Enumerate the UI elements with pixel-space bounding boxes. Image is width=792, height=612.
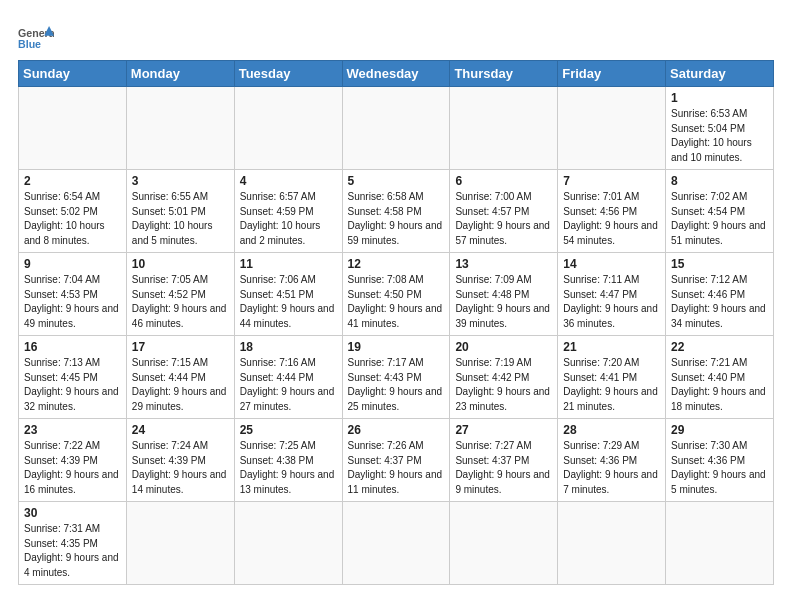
day-number: 20: [455, 340, 552, 354]
calendar-cell: 20Sunrise: 7:19 AM Sunset: 4:42 PM Dayli…: [450, 336, 558, 419]
day-info: Sunrise: 7:13 AM Sunset: 4:45 PM Dayligh…: [24, 356, 121, 414]
logo-icon: General Blue: [18, 24, 54, 54]
day-number: 17: [132, 340, 229, 354]
calendar-cell: 29Sunrise: 7:30 AM Sunset: 4:36 PM Dayli…: [666, 419, 774, 502]
calendar-cell: 8Sunrise: 7:02 AM Sunset: 4:54 PM Daylig…: [666, 170, 774, 253]
day-info: Sunrise: 6:57 AM Sunset: 4:59 PM Dayligh…: [240, 190, 337, 248]
calendar-week-row: 30Sunrise: 7:31 AM Sunset: 4:35 PM Dayli…: [19, 502, 774, 585]
day-number: 10: [132, 257, 229, 271]
calendar-week-row: 16Sunrise: 7:13 AM Sunset: 4:45 PM Dayli…: [19, 336, 774, 419]
day-info: Sunrise: 7:26 AM Sunset: 4:37 PM Dayligh…: [348, 439, 445, 497]
day-info: Sunrise: 7:04 AM Sunset: 4:53 PM Dayligh…: [24, 273, 121, 331]
day-number: 18: [240, 340, 337, 354]
calendar-cell: 18Sunrise: 7:16 AM Sunset: 4:44 PM Dayli…: [234, 336, 342, 419]
day-number: 5: [348, 174, 445, 188]
calendar-table: SundayMondayTuesdayWednesdayThursdayFrid…: [18, 60, 774, 585]
calendar-cell: [342, 502, 450, 585]
day-number: 16: [24, 340, 121, 354]
calendar-cell: [126, 502, 234, 585]
calendar-cell: 26Sunrise: 7:26 AM Sunset: 4:37 PM Dayli…: [342, 419, 450, 502]
day-info: Sunrise: 7:21 AM Sunset: 4:40 PM Dayligh…: [671, 356, 768, 414]
calendar-week-row: 9Sunrise: 7:04 AM Sunset: 4:53 PM Daylig…: [19, 253, 774, 336]
day-info: Sunrise: 7:16 AM Sunset: 4:44 PM Dayligh…: [240, 356, 337, 414]
day-number: 6: [455, 174, 552, 188]
calendar-cell: 25Sunrise: 7:25 AM Sunset: 4:38 PM Dayli…: [234, 419, 342, 502]
day-info: Sunrise: 6:55 AM Sunset: 5:01 PM Dayligh…: [132, 190, 229, 248]
day-info: Sunrise: 7:25 AM Sunset: 4:38 PM Dayligh…: [240, 439, 337, 497]
day-number: 26: [348, 423, 445, 437]
calendar-cell: 10Sunrise: 7:05 AM Sunset: 4:52 PM Dayli…: [126, 253, 234, 336]
day-info: Sunrise: 7:27 AM Sunset: 4:37 PM Dayligh…: [455, 439, 552, 497]
calendar-cell: 11Sunrise: 7:06 AM Sunset: 4:51 PM Dayli…: [234, 253, 342, 336]
day-number: 25: [240, 423, 337, 437]
day-number: 15: [671, 257, 768, 271]
calendar-cell: 9Sunrise: 7:04 AM Sunset: 4:53 PM Daylig…: [19, 253, 127, 336]
calendar-cell: 1Sunrise: 6:53 AM Sunset: 5:04 PM Daylig…: [666, 87, 774, 170]
svg-text:Blue: Blue: [18, 38, 41, 50]
calendar-cell: [558, 502, 666, 585]
calendar-cell: 7Sunrise: 7:01 AM Sunset: 4:56 PM Daylig…: [558, 170, 666, 253]
day-info: Sunrise: 6:53 AM Sunset: 5:04 PM Dayligh…: [671, 107, 768, 165]
calendar-cell: 3Sunrise: 6:55 AM Sunset: 5:01 PM Daylig…: [126, 170, 234, 253]
day-number: 12: [348, 257, 445, 271]
day-info: Sunrise: 7:12 AM Sunset: 4:46 PM Dayligh…: [671, 273, 768, 331]
calendar-header-thursday: Thursday: [450, 61, 558, 87]
day-info: Sunrise: 7:24 AM Sunset: 4:39 PM Dayligh…: [132, 439, 229, 497]
day-number: 4: [240, 174, 337, 188]
day-number: 2: [24, 174, 121, 188]
calendar-header-wednesday: Wednesday: [342, 61, 450, 87]
calendar-cell: 23Sunrise: 7:22 AM Sunset: 4:39 PM Dayli…: [19, 419, 127, 502]
calendar-week-row: 2Sunrise: 6:54 AM Sunset: 5:02 PM Daylig…: [19, 170, 774, 253]
day-number: 8: [671, 174, 768, 188]
day-info: Sunrise: 6:54 AM Sunset: 5:02 PM Dayligh…: [24, 190, 121, 248]
calendar-cell: [666, 502, 774, 585]
day-info: Sunrise: 7:20 AM Sunset: 4:41 PM Dayligh…: [563, 356, 660, 414]
calendar-header-row: SundayMondayTuesdayWednesdayThursdayFrid…: [19, 61, 774, 87]
calendar-cell: [558, 87, 666, 170]
day-number: 21: [563, 340, 660, 354]
calendar-cell: 6Sunrise: 7:00 AM Sunset: 4:57 PM Daylig…: [450, 170, 558, 253]
calendar-header-saturday: Saturday: [666, 61, 774, 87]
day-info: Sunrise: 7:05 AM Sunset: 4:52 PM Dayligh…: [132, 273, 229, 331]
day-info: Sunrise: 7:09 AM Sunset: 4:48 PM Dayligh…: [455, 273, 552, 331]
calendar-cell: 22Sunrise: 7:21 AM Sunset: 4:40 PM Dayli…: [666, 336, 774, 419]
day-number: 30: [24, 506, 121, 520]
calendar-header-sunday: Sunday: [19, 61, 127, 87]
calendar-cell: 16Sunrise: 7:13 AM Sunset: 4:45 PM Dayli…: [19, 336, 127, 419]
day-info: Sunrise: 7:22 AM Sunset: 4:39 PM Dayligh…: [24, 439, 121, 497]
calendar-cell: 5Sunrise: 6:58 AM Sunset: 4:58 PM Daylig…: [342, 170, 450, 253]
calendar-cell: 28Sunrise: 7:29 AM Sunset: 4:36 PM Dayli…: [558, 419, 666, 502]
logo-area: General Blue: [18, 18, 56, 54]
day-info: Sunrise: 7:02 AM Sunset: 4:54 PM Dayligh…: [671, 190, 768, 248]
day-info: Sunrise: 7:00 AM Sunset: 4:57 PM Dayligh…: [455, 190, 552, 248]
calendar-week-row: 1Sunrise: 6:53 AM Sunset: 5:04 PM Daylig…: [19, 87, 774, 170]
calendar-cell: [234, 87, 342, 170]
day-info: Sunrise: 7:01 AM Sunset: 4:56 PM Dayligh…: [563, 190, 660, 248]
calendar-cell: 27Sunrise: 7:27 AM Sunset: 4:37 PM Dayli…: [450, 419, 558, 502]
calendar-cell: 21Sunrise: 7:20 AM Sunset: 4:41 PM Dayli…: [558, 336, 666, 419]
day-number: 13: [455, 257, 552, 271]
calendar-cell: [234, 502, 342, 585]
calendar-cell: 19Sunrise: 7:17 AM Sunset: 4:43 PM Dayli…: [342, 336, 450, 419]
day-info: Sunrise: 7:15 AM Sunset: 4:44 PM Dayligh…: [132, 356, 229, 414]
calendar-cell: [19, 87, 127, 170]
day-number: 27: [455, 423, 552, 437]
calendar-cell: [450, 87, 558, 170]
day-number: 11: [240, 257, 337, 271]
day-number: 3: [132, 174, 229, 188]
calendar-cell: [342, 87, 450, 170]
calendar-cell: 13Sunrise: 7:09 AM Sunset: 4:48 PM Dayli…: [450, 253, 558, 336]
day-number: 23: [24, 423, 121, 437]
calendar-cell: [450, 502, 558, 585]
calendar-cell: 2Sunrise: 6:54 AM Sunset: 5:02 PM Daylig…: [19, 170, 127, 253]
day-number: 28: [563, 423, 660, 437]
calendar-page: General Blue SundayMondayTuesdayWednesda…: [0, 0, 792, 595]
day-info: Sunrise: 7:17 AM Sunset: 4:43 PM Dayligh…: [348, 356, 445, 414]
day-info: Sunrise: 7:31 AM Sunset: 4:35 PM Dayligh…: [24, 522, 121, 580]
day-info: Sunrise: 7:11 AM Sunset: 4:47 PM Dayligh…: [563, 273, 660, 331]
calendar-cell: 12Sunrise: 7:08 AM Sunset: 4:50 PM Dayli…: [342, 253, 450, 336]
day-number: 29: [671, 423, 768, 437]
day-info: Sunrise: 7:08 AM Sunset: 4:50 PM Dayligh…: [348, 273, 445, 331]
calendar-header-friday: Friday: [558, 61, 666, 87]
day-number: 1: [671, 91, 768, 105]
